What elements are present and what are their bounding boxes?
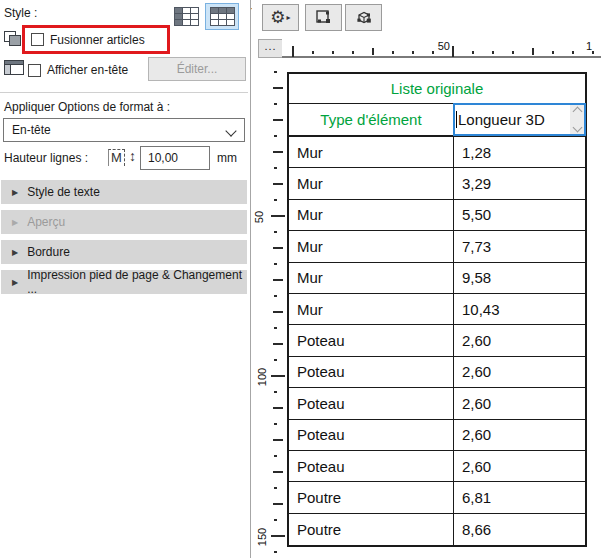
- ruler-tick: [274, 231, 277, 233]
- length-cell[interactable]: 8,66: [454, 514, 585, 545]
- panel-separator: [0, 92, 248, 93]
- header-edit-value: Longueur 3D: [458, 111, 545, 128]
- select-elements-2d-button[interactable]: [305, 4, 342, 31]
- ruler-tick: [273, 407, 283, 409]
- ruler-tick: [274, 295, 277, 297]
- column-header-type[interactable]: Type d'élément: [289, 104, 454, 135]
- table-row: Mur10,43: [289, 294, 585, 325]
- panel-divider: [250, 0, 251, 558]
- gear-icon: ⚙: [270, 9, 285, 26]
- row-height-input[interactable]: 10,00: [140, 146, 210, 170]
- section-label: Impression pied de page & Changement ...: [27, 268, 247, 296]
- element-type-cell[interactable]: Mur: [289, 231, 454, 261]
- ruler-tick: [512, 51, 514, 54]
- collapsible-section: ▶Aperçu: [1, 210, 247, 234]
- ruler-tick: [271, 375, 285, 377]
- ruler-tick: [273, 311, 283, 313]
- chevron-up-icon[interactable]: [572, 107, 582, 117]
- length-cell[interactable]: 6,81: [454, 482, 585, 512]
- element-type-cell[interactable]: Poteau: [289, 388, 454, 418]
- ruler-options-button[interactable]: ...: [258, 39, 283, 58]
- element-type-cell[interactable]: Poteau: [289, 325, 454, 355]
- ruler-tick: [532, 48, 534, 55]
- column-header-length: Longueur 3D: [454, 104, 585, 135]
- element-type-cell[interactable]: Poteau: [289, 420, 454, 450]
- show-header-icon: [4, 60, 24, 75]
- element-type-cell[interactable]: Poteau: [289, 357, 454, 387]
- format-target-select[interactable]: En-tête: [3, 118, 245, 142]
- ruler-label: 150: [256, 528, 268, 546]
- length-cell[interactable]: 10,43: [454, 294, 585, 324]
- ruler-tick: [332, 51, 334, 54]
- flyout-arrow-icon: ▸: [287, 13, 291, 22]
- element-type-cell[interactable]: Mur: [289, 137, 454, 167]
- ruler-tick: [274, 167, 277, 169]
- length-cell[interactable]: 2,60: [454, 357, 585, 387]
- ruler-tick: [273, 247, 283, 249]
- length-cell[interactable]: 2,60: [454, 325, 585, 355]
- format-options-panel: Style : Fusionner articles: [0, 0, 248, 558]
- ruler-tick: [274, 103, 277, 105]
- settings-menu-button[interactable]: ⚙ ▸: [262, 4, 299, 31]
- table-left-column-icon: [174, 7, 199, 26]
- section-label: Aperçu: [27, 215, 65, 229]
- collapsible-section[interactable]: ▶Bordure: [1, 240, 247, 264]
- preview-table: Liste originale Type d'élément Longueur …: [287, 72, 587, 547]
- collapsible-section[interactable]: ▶Impression pied de page & Changement ..…: [1, 270, 247, 294]
- element-type-cell[interactable]: Poutre: [289, 514, 454, 545]
- table-header-row-icon: [210, 7, 235, 26]
- row-height-unit: mm: [217, 151, 237, 165]
- merge-items-icon: [4, 31, 24, 49]
- preview-table-body: Mur1,28Mur3,29Mur5,50Mur7,73Mur9,58Mur10…: [289, 137, 585, 545]
- length-cell[interactable]: 1,28: [454, 137, 585, 167]
- length-cell[interactable]: 2,60: [454, 451, 585, 481]
- length-cell[interactable]: 2,60: [454, 388, 585, 418]
- element-type-cell[interactable]: Poutre: [289, 482, 454, 512]
- element-type-cell[interactable]: Poteau: [289, 451, 454, 481]
- chevron-down-icon: [225, 125, 236, 136]
- ruler-tick: [274, 551, 277, 553]
- select-elements-3d-button[interactable]: [345, 4, 382, 31]
- table-row: Poteau2,60: [289, 357, 585, 388]
- ruler-label: 100: [256, 368, 268, 386]
- ruler-tick: [292, 46, 294, 57]
- ruler-tick: [274, 391, 277, 393]
- ruler-tick: [273, 439, 283, 441]
- ruler-tick: [452, 46, 454, 57]
- ruler-label: 50: [253, 211, 265, 223]
- element-type-cell[interactable]: Mur: [289, 294, 454, 324]
- style-option-left-column-button[interactable]: [169, 3, 203, 30]
- ruler-tick: [552, 51, 554, 54]
- collapsible-section[interactable]: ▶Style de texte: [1, 180, 247, 204]
- expand-arrow-icon: ▶: [12, 188, 18, 197]
- table-header-row: Type d'élément Longueur 3D: [289, 104, 585, 137]
- ruler-label: 50: [438, 40, 452, 52]
- table-title[interactable]: Liste originale: [289, 74, 585, 104]
- header-edit-field[interactable]: Longueur 3D: [453, 103, 586, 136]
- afficher-entete-checkbox[interactable]: [28, 64, 41, 77]
- element-type-cell[interactable]: Mur: [289, 168, 454, 198]
- length-cell[interactable]: 7,73: [454, 231, 585, 261]
- length-cell[interactable]: 3,29: [454, 168, 585, 198]
- ruler-tick: [273, 87, 283, 89]
- length-cell[interactable]: 5,50: [454, 200, 585, 230]
- ruler-tick: [312, 51, 314, 54]
- ruler-tick: [392, 51, 394, 54]
- length-cell[interactable]: 9,58: [454, 263, 585, 293]
- ruler-tick: [273, 183, 283, 185]
- ruler-tick: [412, 51, 414, 54]
- element-type-cell[interactable]: Mur: [289, 263, 454, 293]
- fusionner-articles-checkbox[interactable]: [31, 33, 44, 46]
- ruler-tick: [274, 71, 277, 73]
- vertical-ruler: 50100150: [252, 60, 285, 558]
- apply-format-label: Appliquer Options de format à :: [4, 100, 170, 114]
- style-option-header-row-button[interactable]: [205, 3, 239, 30]
- element-type-cell[interactable]: Mur: [289, 200, 454, 230]
- length-cell[interactable]: 2,60: [454, 420, 585, 450]
- section-label: Style de texte: [27, 185, 100, 199]
- field-spinner[interactable]: [570, 105, 584, 134]
- table-row: Poteau2,60: [289, 420, 585, 451]
- ruler-tick: [273, 151, 283, 153]
- ruler-tick: [372, 48, 374, 55]
- chevron-down-icon[interactable]: [572, 123, 582, 133]
